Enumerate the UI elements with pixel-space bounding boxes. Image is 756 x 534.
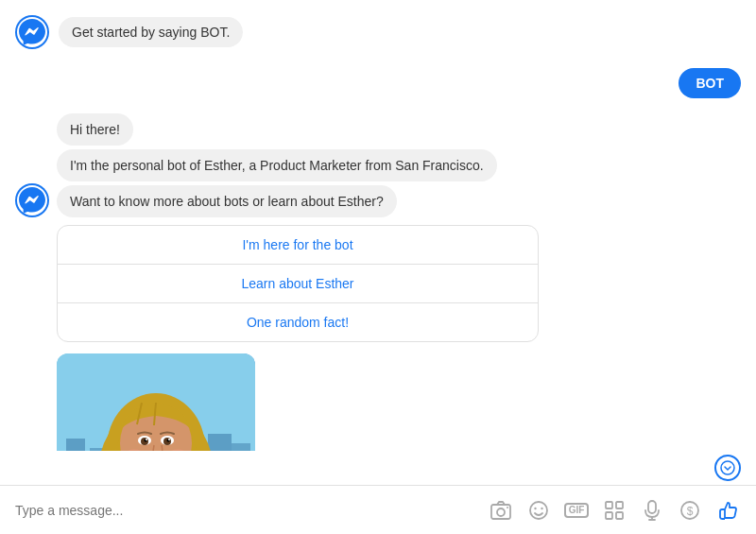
bot-bubble-2: I'm the personal bot of Esther, a Produc… — [57, 149, 497, 181]
svg-text:$: $ — [687, 504, 694, 517]
svg-rect-6 — [66, 439, 85, 451]
system-prompt-text: Get started by saying BOT. — [72, 25, 230, 40]
scroll-indicator-row — [0, 451, 756, 485]
svg-rect-36 — [616, 512, 623, 519]
bot-avatar — [15, 15, 49, 49]
svg-rect-9 — [232, 443, 250, 451]
bot-avatar-2 — [15, 183, 49, 217]
thumbsup-icon[interactable] — [714, 497, 741, 524]
svg-rect-33 — [606, 502, 612, 508]
svg-rect-37 — [648, 501, 656, 513]
option-bot[interactable]: I'm here for the bot — [58, 226, 538, 265]
gif-icon[interactable]: GIF — [563, 497, 590, 524]
system-prompt-row: Get started by saying BOT. — [15, 15, 741, 49]
bottom-bar: GIF $ — [0, 485, 756, 534]
svg-point-32 — [541, 507, 542, 508]
user-message-row: BOT — [15, 68, 741, 98]
toolbar-icons: GIF $ — [488, 497, 741, 524]
emoji-icon[interactable] — [525, 497, 552, 524]
svg-point-29 — [507, 507, 508, 508]
camera-icon[interactable] — [488, 497, 514, 524]
scroll-to-bottom-icon[interactable] — [714, 455, 741, 481]
option-esther[interactable]: Learn about Esther — [58, 265, 538, 303]
bot-bubble-1: Hi there! — [57, 113, 133, 146]
option-random[interactable]: One random fact! — [58, 303, 538, 341]
bot-message-cluster: Hi there! I'm the personal bot of Esther… — [15, 113, 741, 217]
options-box: I'm here for the bot Learn about Esther … — [57, 225, 539, 342]
chat-area: Get started by saying BOT. BOT Hi there!… — [0, 0, 756, 451]
message-input[interactable] — [15, 503, 488, 518]
mic-icon[interactable] — [639, 497, 665, 524]
photo-row — [15, 353, 741, 451]
svg-rect-34 — [616, 502, 623, 508]
gif-label: GIF — [564, 503, 590, 518]
svg-point-26 — [721, 461, 734, 474]
dollar-icon[interactable]: $ — [677, 497, 703, 524]
svg-point-31 — [534, 507, 536, 508]
svg-point-30 — [530, 502, 547, 519]
svg-point-22 — [146, 439, 147, 440]
svg-rect-8 — [208, 434, 232, 451]
system-bubble: Get started by saying BOT. — [59, 17, 243, 47]
svg-point-28 — [497, 508, 505, 516]
user-bot-message: BOT — [679, 68, 741, 98]
esther-photo — [57, 353, 255, 451]
sticker-icon[interactable] — [601, 497, 627, 524]
bot-messages-container: Hi there! I'm the personal bot of Esther… — [57, 113, 497, 217]
svg-rect-35 — [606, 512, 612, 519]
svg-point-23 — [168, 439, 170, 440]
bot-bubble-3: Want to know more about bots or learn ab… — [57, 185, 397, 217]
